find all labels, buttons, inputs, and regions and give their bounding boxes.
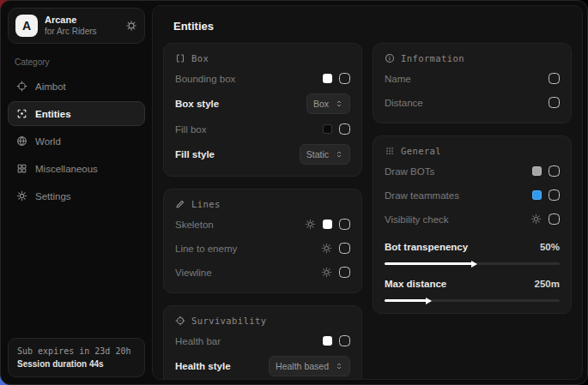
setting-row-line-to-enemy: Line to enemy — [175, 239, 350, 257]
setting-row-name: Name — [385, 69, 560, 87]
color-swatch[interactable] — [532, 190, 542, 200]
color-swatch[interactable] — [323, 220, 332, 229]
sidebar-item-label: Aimbot — [35, 81, 66, 92]
target-icon — [175, 316, 185, 326]
box-style-dropdown[interactable]: Box — [306, 93, 350, 114]
max-distance-slider[interactable] — [385, 299, 560, 302]
setting-row-distance: Distance — [385, 93, 560, 111]
general-section: General Draw BOTs Draw teammates — [373, 135, 572, 314]
setting-label: Draw BOTs — [385, 166, 434, 177]
dropdown-value: Static — [306, 149, 329, 159]
setting-label: Skeleton — [175, 220, 214, 230]
section-title: Lines — [191, 199, 221, 209]
checkbox[interactable] — [339, 243, 350, 254]
slider-thumb[interactable] — [426, 298, 432, 304]
bot-transparency-slider[interactable] — [385, 262, 560, 265]
sidebar-item-label: Miscellaneous — [35, 164, 98, 174]
checkbox[interactable] — [339, 123, 350, 135]
grid-icon — [16, 163, 27, 174]
dots-grid-icon — [385, 146, 395, 156]
setting-row-draw-bots: Draw BOTs — [385, 162, 560, 180]
brand-subtitle: for Arc Riders — [45, 27, 118, 38]
session-duration-text: Session duration 44s — [17, 358, 136, 370]
setting-label: Draw teammates — [385, 190, 459, 201]
app-logo: A — [15, 15, 38, 37]
setting-row-bounding-box: Bounding box — [175, 69, 350, 87]
setting-row-max-distance: Max distance 250m — [385, 274, 560, 292]
gear-icon[interactable] — [125, 20, 137, 32]
sidebar-item-world[interactable]: World — [8, 129, 145, 153]
box-section: Box Bounding box Box style Box — [163, 43, 362, 177]
checkbox[interactable] — [549, 165, 560, 177]
setting-label: Distance — [385, 98, 423, 108]
gear-icon[interactable] — [305, 219, 316, 230]
gear-icon[interactable] — [530, 214, 542, 225]
setting-label: Health bar — [175, 336, 221, 346]
setting-row-box-style: Box style Box — [175, 93, 350, 114]
sidebar-item-settings[interactable]: Settings — [8, 183, 145, 208]
setting-row-fill-box: Fill box — [175, 120, 350, 138]
health-style-dropdown[interactable]: Health based — [269, 356, 350, 376]
unfold-icon — [335, 362, 343, 370]
setting-row-health-style: Health style Health based — [175, 356, 350, 376]
checkbox[interactable] — [339, 267, 350, 278]
page-title: Entities — [173, 20, 572, 33]
setting-row-health-bar: Health bar — [175, 332, 350, 350]
checkbox[interactable] — [339, 73, 350, 84]
setting-label: Fill box — [175, 124, 206, 135]
information-section: Information Name Distance — [373, 43, 572, 123]
box-brackets-icon — [175, 53, 185, 63]
lines-section: Lines Skeleton Line to enemy — [163, 189, 362, 293]
subscription-card: Sub expires in 23d 20h Session duration … — [8, 338, 145, 377]
setting-row-viewline: Viewline — [175, 263, 350, 281]
section-header: Box — [175, 53, 350, 63]
checkbox[interactable] — [549, 189, 560, 201]
slider-value: 50% — [540, 242, 560, 252]
setting-label: Line to enemy — [175, 244, 237, 254]
slider-fill — [385, 299, 427, 302]
gear-icon[interactable] — [321, 243, 332, 254]
globe-icon — [16, 135, 27, 147]
checkbox[interactable] — [549, 214, 560, 225]
slider-fill — [385, 262, 472, 265]
dropdown-value: Box — [313, 99, 329, 109]
sub-expiry-text: Sub expires in 23d 20h — [17, 345, 136, 358]
sidebar-item-label: Settings — [35, 191, 71, 202]
info-icon — [385, 53, 395, 63]
section-header: Lines — [175, 199, 350, 209]
color-swatch[interactable] — [323, 74, 332, 83]
sidebar-item-entities[interactable]: Entities — [8, 101, 145, 126]
checkbox[interactable] — [549, 73, 560, 84]
setting-label: Fill style — [175, 149, 215, 159]
setting-row-fill-style: Fill style Static — [175, 144, 350, 165]
gear-icon[interactable] — [321, 267, 332, 278]
color-swatch[interactable] — [323, 124, 332, 134]
dropdown-value: Health based — [276, 361, 329, 371]
slider-thumb[interactable] — [471, 261, 477, 268]
fill-style-dropdown[interactable]: Static — [300, 144, 350, 165]
color-swatch[interactable] — [532, 166, 542, 176]
setting-label: Name — [385, 74, 411, 84]
sidebar: A Arcane for Arc Riders Category Aimbot … — [1, 1, 152, 384]
setting-label: Visibility check — [385, 214, 449, 225]
survivability-section: Survivability Health bar Health style He… — [163, 305, 362, 380]
gear-icon — [16, 190, 27, 202]
setting-label: Viewline — [175, 268, 212, 278]
checkbox[interactable] — [549, 97, 560, 108]
brand-text: Arcane for Arc Riders — [45, 15, 118, 37]
color-swatch[interactable] — [323, 336, 332, 346]
section-title: General — [401, 146, 441, 156]
sidebar-item-miscellaneous[interactable]: Miscellaneous — [8, 156, 145, 181]
unfold-icon — [335, 99, 343, 108]
checkbox[interactable] — [339, 219, 350, 230]
slider-value: 250m — [535, 279, 560, 289]
setting-label: Max distance — [385, 279, 446, 289]
section-title: Information — [401, 53, 464, 63]
checkbox[interactable] — [339, 335, 350, 346]
sidebar-item-label: World — [35, 136, 61, 147]
setting-label: Health style — [175, 361, 231, 371]
sidebar-item-aimbot[interactable]: Aimbot — [8, 74, 145, 99]
pencil-icon — [175, 199, 185, 209]
bot-transparency-group: Bot transpenency 50% — [385, 238, 560, 265]
setting-label: Bounding box — [175, 74, 235, 84]
